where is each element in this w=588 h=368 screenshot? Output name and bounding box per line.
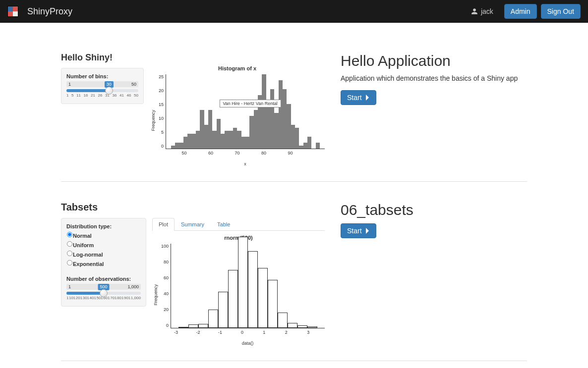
chevron-right-icon — [365, 227, 370, 234]
sidebar-panel: Number of bins: 1 50 30 1511162 — [61, 68, 144, 104]
app-title: Hello Application — [341, 53, 527, 69]
start-button[interactable]: Start — [341, 223, 376, 238]
app-row-hello: Hello Shiny! Number of bins: 1 50 30 — [61, 33, 527, 181]
histogram-chart: Histogram of x Frequency 2520151050 Van … — [150, 65, 325, 166]
app-thumb-hello: Hello Shiny! Number of bins: 1 50 30 — [61, 53, 325, 166]
radio-exponential[interactable]: Exponential — [66, 260, 141, 267]
user-indicator: jack — [471, 7, 493, 15]
username: jack — [481, 7, 493, 15]
slider-label: Number of observations: — [66, 276, 141, 282]
navbar: ShinyProxy jack Admin Sign Out — [0, 0, 588, 23]
tab-table[interactable]: Table — [211, 218, 236, 230]
start-button[interactable]: Start — [341, 90, 376, 105]
radio-normal[interactable]: Normal — [66, 231, 141, 239]
slider-label: Number of bins: — [66, 73, 138, 79]
admin-button[interactable]: Admin — [504, 4, 537, 19]
obs-slider[interactable]: 1 1,000 500 1101201301401501601701801901… — [66, 284, 141, 300]
app-title: 06_tabsets — [341, 202, 527, 218]
tabset: PlotSummaryTable — [152, 218, 325, 231]
bins-slider[interactable]: 1 50 30 15111621263136414650 — [66, 81, 138, 98]
user-icon — [471, 8, 478, 15]
radio-uniform[interactable]: Uniform — [66, 241, 141, 248]
tab-summary[interactable]: Summary — [175, 218, 211, 230]
brand-title: ShinyProxy — [27, 6, 72, 17]
sidebar-panel: Distribution type: NormalUniformLog-norm… — [61, 218, 146, 307]
radio-log-normal[interactable]: Log-normal — [66, 250, 141, 258]
app-list: Hello Shiny! Number of bins: 1 50 30 — [61, 23, 527, 368]
rnorm-chart: rnorm(500) Frequency 100806040200 -3-2-1… — [152, 235, 325, 346]
app-thumb-tabsets: Distribution type: NormalUniformLog-norm… — [61, 218, 325, 346]
tab-plot[interactable]: Plot — [152, 218, 175, 231]
thumb-heading: Tabsets — [61, 202, 325, 213]
app-row-tabsets: Tabsets Distribution type: NormalUniform… — [61, 181, 527, 361]
brand-logo — [7, 6, 18, 17]
chevron-right-icon — [365, 94, 370, 101]
signout-button[interactable]: Sign Out — [541, 4, 581, 19]
app-desc: Application which demonstrates the basic… — [341, 74, 527, 82]
thumb-heading: Hello Shiny! — [61, 53, 144, 63]
radio-group-label: Distribution type: — [66, 223, 141, 229]
